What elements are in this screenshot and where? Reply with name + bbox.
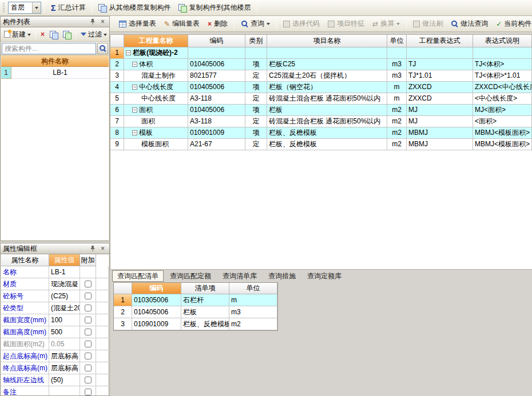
query-tab[interactable]: 查询匹配清单 — [112, 270, 164, 282]
method-query-button[interactable]: 做法查询 — [447, 18, 491, 30]
attach-checkbox[interactable] — [85, 281, 92, 287]
collapse-icon[interactable]: − — [132, 85, 137, 90]
property-row[interactable]: 砼标号(C25) — [1, 290, 109, 302]
quantity-row[interactable]: 4−中心线长度010405006项栏板（钢空花）mZXXCDZXXCD<中心线长… — [110, 82, 532, 93]
quantity-row[interactable]: 8−模板010901009项栏板、反檐模板m2MBMJMBMJ<模板面积> — [110, 127, 532, 139]
delete-component-button[interactable]: × — [38, 29, 47, 40]
property-value[interactable]: (50) — [49, 374, 80, 386]
property-value[interactable] — [49, 386, 80, 395]
property-row[interactable]: 轴线距左边线(50) — [1, 374, 109, 386]
property-row[interactable]: 砼类型(混凝土20 — [1, 302, 109, 314]
collapse-icon[interactable]: − — [132, 62, 137, 67]
property-row[interactable]: 终点底标高(m)层底标高 — [1, 362, 109, 374]
column-header[interactable]: 类别 — [245, 35, 267, 47]
query-tab[interactable]: 查询定额库 — [302, 270, 347, 282]
attach-checkbox[interactable] — [85, 329, 92, 335]
quantity-row[interactable]: 6−面积010405006项栏板m2MJMJ<面积> — [110, 105, 532, 116]
delete-icon: × — [208, 21, 212, 27]
method-brush-button[interactable]: 做法刷 — [410, 18, 446, 30]
copy-component-button[interactable] — [47, 29, 60, 40]
summarize-button[interactable]: Σ 汇总计算 — [47, 2, 89, 14]
query-button[interactable]: 查询 — [237, 18, 273, 30]
component-list-item[interactable]: 1LB-1 — [1, 67, 109, 79]
column-header[interactable]: 单位 — [229, 283, 277, 294]
quantity-row[interactable]: 9模板面积A21-67定栏板、反檐模板m2MBMJMBMJ<模板面积> — [110, 139, 532, 150]
delete-row-button[interactable]: × 删除 — [204, 18, 231, 30]
match-row[interactable]: 2010405006栏板m3 — [114, 306, 277, 318]
new-component-button[interactable]: 新建 — [2, 29, 33, 40]
property-value[interactable]: (混凝土20 — [49, 302, 80, 314]
pin-icon[interactable] — [88, 18, 97, 26]
column-header[interactable]: 工程量名称 — [124, 35, 188, 47]
column-header[interactable]: 编码 — [132, 283, 181, 294]
search-button[interactable] — [97, 43, 108, 54]
column-header[interactable]: 项目名称 — [267, 35, 387, 47]
column-header[interactable]: 清单项 — [181, 283, 229, 294]
match-row[interactable]: 1010305006石栏杆m — [114, 294, 277, 306]
copy-to-other-floor-button[interactable]: 复制构件到其他楼层 — [175, 2, 254, 14]
property-row[interactable]: 截面宽度(mm)100 — [1, 314, 109, 326]
property-row[interactable]: 材质现浇混凝 — [1, 278, 109, 290]
search-input[interactable] — [2, 43, 96, 54]
close-icon[interactable]: × — [98, 245, 107, 253]
attach-checkbox[interactable] — [85, 377, 92, 383]
attach-checkbox[interactable] — [85, 353, 92, 359]
property-value[interactable]: 层底标高 — [49, 362, 80, 374]
property-row[interactable]: 起点底标高(m)层底标高 — [1, 350, 109, 362]
attach-checkbox[interactable] — [85, 389, 92, 395]
pin-icon[interactable] — [88, 245, 97, 253]
quantity-row[interactable]: 3混凝土制作8021577定C25混凝土20石（搅拌机）m3TJ*1.01TJ<… — [110, 70, 532, 82]
column-header[interactable] — [110, 35, 124, 47]
paste-icon — [63, 31, 71, 38]
property-row[interactable]: 截面高度(mm)500 — [1, 326, 109, 338]
filter-button[interactable]: 过滤 — [78, 29, 109, 40]
property-value[interactable]: 现浇混凝 — [49, 278, 80, 290]
property-row[interactable]: 截面面积(m2)0.05 — [1, 338, 109, 350]
select-quantity-table-button[interactable]: 选择量表 — [116, 18, 160, 30]
column-header[interactable]: 工程量表达式 — [407, 35, 473, 47]
property-value[interactable]: (C25) — [49, 290, 80, 302]
attach-checkbox[interactable] — [85, 317, 92, 323]
floor-selector[interactable]: 首层 — [8, 2, 41, 14]
row-number: 4 — [110, 82, 124, 93]
column-header[interactable]: 表达式说明 — [473, 35, 532, 47]
close-icon[interactable]: × — [98, 18, 107, 26]
property-value[interactable]: 0.05 — [49, 338, 80, 350]
toolbar-grip[interactable] — [3, 3, 5, 13]
attach-checkbox[interactable] — [85, 305, 92, 311]
attach-checkbox[interactable] — [85, 341, 92, 347]
select-code-button[interactable]: 选择代码 — [280, 18, 323, 30]
column-header[interactable]: 单位 — [387, 35, 407, 47]
property-value[interactable]: 100 — [49, 314, 80, 326]
property-attach-cell — [80, 374, 96, 386]
query-tab[interactable]: 查询清单库 — [217, 270, 262, 282]
collapse-icon[interactable]: − — [132, 107, 137, 113]
property-value[interactable]: 500 — [49, 326, 80, 338]
column-header[interactable] — [114, 283, 132, 294]
copy-from-other-floor-button[interactable]: 从其他楼层复制构件 — [95, 2, 174, 14]
column-header[interactable]: 编码 — [188, 35, 245, 47]
convert-button[interactable]: ⇄ 换算 — [369, 18, 403, 30]
query-tab[interactable]: 查询措施 — [263, 270, 301, 282]
attach-checkbox[interactable] — [85, 365, 92, 371]
paste-component-button[interactable] — [61, 29, 73, 40]
quantity-row[interactable]: 2−体积010405006项栏板C25m3TJTJ<体积> — [110, 59, 532, 70]
property-row[interactable]: 名称LB-1 — [1, 266, 109, 278]
query-tab[interactable]: 查询匹配定额 — [165, 270, 216, 282]
collapse-icon[interactable]: − — [132, 130, 137, 135]
property-row[interactable]: 备注 — [1, 386, 109, 395]
chevron-down-icon[interactable] — [32, 2, 41, 13]
property-value[interactable]: LB-1 — [49, 266, 80, 278]
property-value[interactable]: 层底标高 — [49, 350, 80, 362]
match-list-table: 编码清单项单位 1010305006石栏杆m2010405006栏板m33010… — [113, 282, 278, 331]
item-feature-button[interactable]: 项目特征 — [324, 18, 368, 30]
quantity-row[interactable]: 1−栏板(现浇砼)-2 — [110, 47, 532, 59]
collapse-icon[interactable]: − — [126, 50, 131, 55]
attach-checkbox[interactable] — [85, 293, 92, 299]
match-row[interactable]: 3010901009栏板、反檐模板m2 — [114, 318, 277, 330]
edit-quantity-table-button[interactable]: ✎ 编辑量表 — [161, 18, 203, 30]
quantity-row[interactable]: 5中心线长度A3-118定砖混凝土混合栏板 通花面积50%以内mZXXCD<中心… — [110, 93, 532, 105]
quantity-row[interactable]: 7面积A3-118定砖混凝土混合栏板 通花面积50%以内m2MJ<面积> — [110, 116, 532, 127]
column-header: 属性名称 — [1, 254, 49, 266]
auto-apply-button[interactable]: ✓ 当前构件自动套 — [493, 18, 532, 30]
